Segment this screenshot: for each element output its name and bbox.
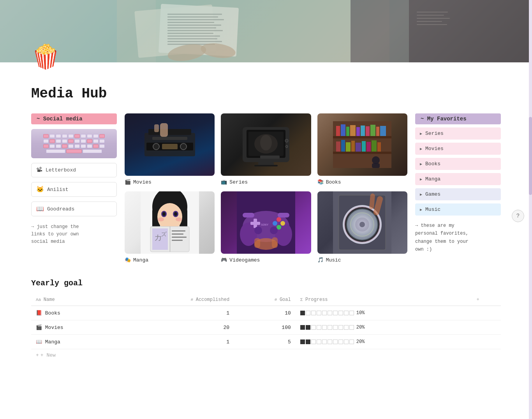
row-accomplished-cell: 1: [119, 306, 234, 320]
row-name-cell: 📕 Books: [31, 306, 119, 320]
letterboxd-icon: 📽: [36, 166, 42, 174]
svg-rect-54: [366, 126, 370, 136]
table-row[interactable]: 📕 Books 1 10 10%: [31, 306, 501, 320]
header-banner: [0, 0, 532, 62]
media-cards-grid: 🎬 Movies: [125, 113, 407, 263]
movies-card[interactable]: 🎬 Movies: [125, 113, 215, 185]
manga-card[interactable]: カ ズ 🎭 Manga: [125, 191, 215, 263]
svg-rect-12: [167, 30, 223, 31]
progress-block: [317, 339, 321, 344]
progress-block: [349, 325, 354, 330]
progress-percent: 20%: [356, 339, 365, 345]
row-goal-cell: 100: [234, 320, 296, 335]
svg-rect-85: [172, 230, 185, 232]
row-progress-cell: 20%: [296, 320, 472, 335]
col-name: Aa Name: [31, 294, 119, 306]
progress-block: [317, 325, 321, 330]
new-row-button[interactable]: + + New: [31, 349, 501, 361]
progress-block: [328, 311, 332, 315]
progress-block: [333, 311, 338, 315]
music-card[interactable]: 🎵 Music: [317, 191, 407, 263]
books-card-image: [317, 113, 407, 176]
scrollbar-thumb[interactable]: [529, 117, 532, 195]
col-add[interactable]: +: [472, 294, 501, 306]
row-goal-cell: 5: [234, 335, 296, 349]
favorites-movies-item[interactable]: ▶ Movies: [415, 143, 501, 155]
svg-point-117: [355, 217, 369, 232]
music-card-icon: 🎵: [317, 257, 324, 263]
col-accomplished: # Accomplished: [119, 294, 234, 306]
series-card-icon: 📺: [221, 179, 227, 185]
svg-rect-25: [417, 24, 447, 25]
row-icon: 📕: [36, 310, 42, 316]
svg-rect-44: [260, 156, 280, 159]
svg-rect-61: [351, 141, 355, 152]
letterboxd-link[interactable]: 📽 Letterboxd: [31, 163, 117, 177]
progress-block: [338, 325, 343, 330]
table-row[interactable]: 📖 Manga 1 5 20%: [31, 335, 501, 349]
accomplished-col-icon: #: [190, 297, 196, 302]
svg-rect-49: [341, 124, 345, 136]
progress-block: [344, 311, 349, 315]
favorites-music-item[interactable]: ▶ Music: [415, 203, 501, 216]
letterboxd-label: Letterboxd: [46, 167, 76, 173]
progress-block: [311, 339, 316, 344]
favorites-label: ~ My Favorites: [415, 113, 501, 124]
videogames-card[interactable]: SONY 🎮 Videogames: [221, 191, 311, 263]
progress-block: [306, 339, 310, 344]
svg-point-81: [176, 217, 182, 221]
favorites-books-item[interactable]: ▶ Books: [415, 158, 501, 170]
row-name-cell: 🎬 Movies: [31, 320, 119, 335]
favorites-games-item[interactable]: ▶ Games: [415, 188, 501, 200]
videogames-card-label: 🎮 Videogames: [221, 257, 311, 263]
goodreads-link[interactable]: 📖 Goodreads: [31, 202, 117, 216]
movies-card-image: [125, 113, 215, 176]
progress-block: [322, 325, 327, 330]
svg-rect-55: [370, 125, 375, 136]
goodreads-icon: 📖: [36, 205, 44, 213]
svg-rect-13: [167, 33, 213, 34]
music-card-label: 🎵 Music: [317, 257, 407, 263]
table-row[interactable]: 🎬 Movies 20 100 20%: [31, 320, 501, 335]
favorites-series-item[interactable]: ▶ Series: [415, 127, 501, 140]
svg-rect-24: [417, 21, 442, 22]
help-button[interactable]: ?: [512, 210, 524, 222]
progress-block: [349, 339, 354, 344]
svg-rect-107: [254, 238, 260, 248]
svg-rect-9: [167, 22, 214, 23]
svg-rect-23: [417, 18, 450, 19]
goal-col-icon: #: [275, 297, 280, 302]
favorites-manga-item[interactable]: ▶ Manga: [415, 173, 501, 185]
progress-block: [311, 311, 316, 315]
svg-rect-41: [254, 165, 278, 166]
svg-rect-87: [172, 237, 187, 238]
progress-block: [300, 325, 305, 330]
progress-block: [338, 311, 343, 315]
svg-rect-60: [346, 142, 351, 152]
yearly-goal-heading: Yearly goal: [31, 279, 501, 288]
svg-rect-6: [167, 14, 222, 15]
scrollbar[interactable]: [529, 0, 532, 377]
series-arrow-icon: ▶: [420, 131, 422, 136]
svg-rect-15: [167, 38, 217, 39]
books-arrow-icon: ▶: [420, 162, 422, 166]
progress-block: [306, 311, 310, 315]
svg-rect-65: [372, 140, 377, 152]
favorites-movies-label: Movies: [425, 146, 444, 152]
svg-rect-96: [254, 219, 257, 228]
progress-percent: 10%: [356, 310, 365, 316]
svg-point-67: [372, 156, 380, 164]
books-card[interactable]: 📚 Books: [317, 113, 407, 185]
svg-rect-83: [170, 226, 170, 252]
svg-rect-7: [167, 16, 218, 18]
row-name-cell: 📖 Manga: [31, 335, 119, 349]
series-card[interactable]: 📺 Series: [221, 113, 311, 185]
svg-rect-47: [333, 152, 391, 154]
svg-point-80: [158, 217, 164, 221]
svg-point-76: [162, 212, 166, 216]
yearly-goal-table: Aa Name # Accomplished # Goal Σ Progress: [31, 294, 501, 349]
anilist-link[interactable]: 🐱 Anilist: [31, 182, 117, 197]
svg-rect-11: [167, 27, 216, 28]
row-goal-cell: 10: [234, 306, 296, 320]
favorites-series-label: Series: [425, 131, 444, 136]
